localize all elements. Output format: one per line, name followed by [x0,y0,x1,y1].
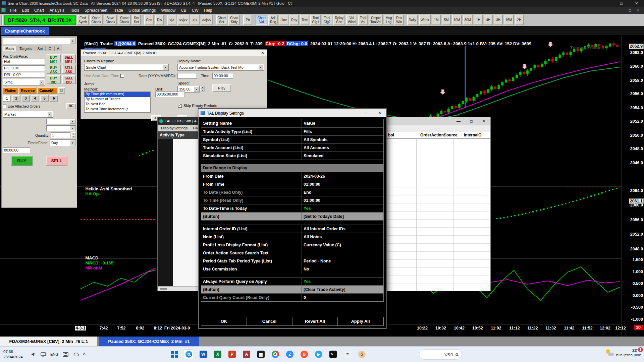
trade-tab[interactable]: Set [35,46,46,51]
jump-method-option[interactable]: By Number of Trades [85,97,150,102]
menu-item[interactable]: Analysis [47,7,67,13]
toolbar-button[interactable]: MsgLog [384,15,393,25]
toolbar-button[interactable]: ChartVal [256,15,267,25]
jump-method-list[interactable]: By Time (hh:mm:ss.ms)By Number of Trades… [84,92,151,113]
time-input[interactable]: 00:00:00 [212,73,233,79]
display-icon[interactable] [41,352,46,357]
settings-row[interactable]: From Time01:00:00 [201,180,383,188]
settings-row[interactable]: Period Stats Tab Period Type (List)Perio… [201,257,383,265]
order-button[interactable]: BUYASK [47,65,61,74]
account-combo[interactable]: Sim1▼ [3,79,45,85]
weather-widget[interactable]: 22°C מעונן בחלקו היום [606,348,641,357]
use-attached-orders-checkbox[interactable] [3,105,6,108]
toolbar-button[interactable]: FindSymb [77,15,89,25]
toolbar-button[interactable]: CmpctToolVal [369,15,383,25]
dialog-button[interactable]: OK [201,317,247,325]
setting-value[interactable]: Currency Value (C) [302,241,383,249]
setting-value[interactable]: Yes [302,278,383,285]
tif-combo[interactable]: Day▼ [50,139,76,146]
trade-tab[interactable]: C [46,46,54,51]
toolbar-button[interactable]: ChartStdy [228,15,240,25]
chevron-down-icon[interactable]: ▼ [39,79,44,85]
quantity-preset-button[interactable]: 2 [12,95,20,102]
setting-value[interactable]: Period - None [302,257,383,265]
toolbar-button[interactable]: Text [300,15,309,25]
toolbar-button[interactable]: Ray [289,15,299,25]
setting-value[interactable]: No [302,265,383,273]
search-button[interactable] [184,349,194,359]
skip-empty-periods-checkbox[interactable] [178,104,182,108]
toolbar-button[interactable]: 1H [474,15,483,25]
telegram-icon[interactable]: ▶ [314,349,324,359]
toolbar-button[interactable]: Dis [155,15,164,25]
zoom-icon[interactable]: Z [285,349,295,359]
chevron-down-icon[interactable]: ▼ [194,86,199,92]
column-header[interactable]: bol [388,133,394,137]
toolbar-button[interactable]: 5M [442,15,451,25]
settings-row[interactable]: Order Action Source Search Text [201,249,383,257]
toolbar-button[interactable]: RplayChrt [333,15,345,25]
quantity-preset-button[interactable]: 1 [3,95,11,102]
order-button[interactable]: SELLBID [62,75,76,84]
chevron-down-icon[interactable]: ▼ [163,65,168,70]
symbol-combo[interactable]: ▼ [3,38,76,44]
start-button[interactable] [169,349,179,359]
toolbar-button[interactable]: PosWin [394,15,404,25]
toolbar-button[interactable]: <|> [167,15,176,25]
settings-row[interactable]: Note (List)All Notes [201,233,383,241]
toolbar-button[interactable]: >>|<< [201,15,213,25]
chevron-down-icon[interactable]: ▼ [47,112,52,117]
setting-value[interactable]: Yes [302,204,383,212]
mdi-control-icon[interactable]: — [618,8,626,12]
toolbar-button[interactable]: 2H [515,15,524,25]
menu-item[interactable]: Edit [19,7,32,13]
unit-input[interactable]: 00:05:00.000 [155,92,185,97]
date-input[interactable] [177,73,197,79]
notification-badge[interactable]: 1 [638,347,643,352]
chevron-down-icon[interactable]: ▼ [70,119,75,124]
window-control-icon[interactable]: □ [361,109,373,117]
brave-icon[interactable]: B [299,349,309,359]
breakeven-button[interactable]: BE [66,103,76,109]
settings-row[interactable]: Profit Loss Display Format (List)Currenc… [201,241,383,249]
window-control-icon[interactable]: ✕ [478,119,490,124]
access-icon[interactable]: A [241,349,252,359]
settings-row[interactable]: Current Query Count (Read Only)0 [201,293,383,301]
quantity-stepper[interactable]: ▲▼ [71,132,76,138]
settings-row[interactable]: From Date2024-03-26 [201,172,383,180]
settings-row[interactable]: Always Perform Query on ApplyYes [201,277,383,285]
action-button[interactable]: Reverse [19,87,37,94]
quantity-input[interactable]: 1 [51,132,70,138]
setting-value[interactable]: Simulated [302,152,383,160]
word-icon[interactable]: W [198,349,208,359]
replay-mode-combo[interactable]: Accurate Trading System Back Test Mo▼ [177,64,264,71]
dialog-button[interactable]: Apply All [338,317,383,325]
toolbar-button[interactable]: Line [279,15,288,25]
order-type-combo[interactable]: Market▼ [3,111,53,118]
trade-tab[interactable]: Main [3,46,16,51]
close-icon[interactable]: ✕ [629,0,644,7]
dialog-button[interactable]: Cancel [247,317,292,325]
toolbar-button[interactable]: ToolCfg2 [322,15,332,25]
price2-combo[interactable]: ▼ [46,125,76,131]
price1-combo[interactable]: ▼ [46,119,76,124]
toolbar-button[interactable]: OpenCbook [90,15,103,25]
language-indicator[interactable]: ENG [50,352,58,356]
menu-item[interactable]: CB [178,7,189,13]
keyboard-icon[interactable] [63,352,68,357]
toolbar-button[interactable]: 10M [452,15,462,25]
toolbar-button[interactable]: ValWind [346,15,357,25]
chevron-down-icon[interactable]: ▼ [258,65,263,70]
chevron-down-icon[interactable]: ▼ [70,126,75,130]
charts-to-replay-combo[interactable]: Single Chart▼ [84,64,169,71]
dev-grid-icon[interactable]: ▦ [256,349,266,359]
settings-row[interactable]: To Date-Time is TodayYes [201,204,383,212]
chevron-down-icon[interactable]: ▼ [70,38,75,44]
setting-value[interactable]: End [302,188,383,196]
setting-value[interactable]: 2024-03-26 [302,172,383,180]
setting-value[interactable]: [Clear Trade Activity] [302,286,383,293]
quantity-preset-button[interactable]: 4 [31,95,39,102]
tal-menu-item[interactable]: DisplaySettings [159,126,190,130]
setting-value[interactable]: 0 [302,294,383,301]
order-time-field[interactable]: 00:00:00 [3,147,30,153]
